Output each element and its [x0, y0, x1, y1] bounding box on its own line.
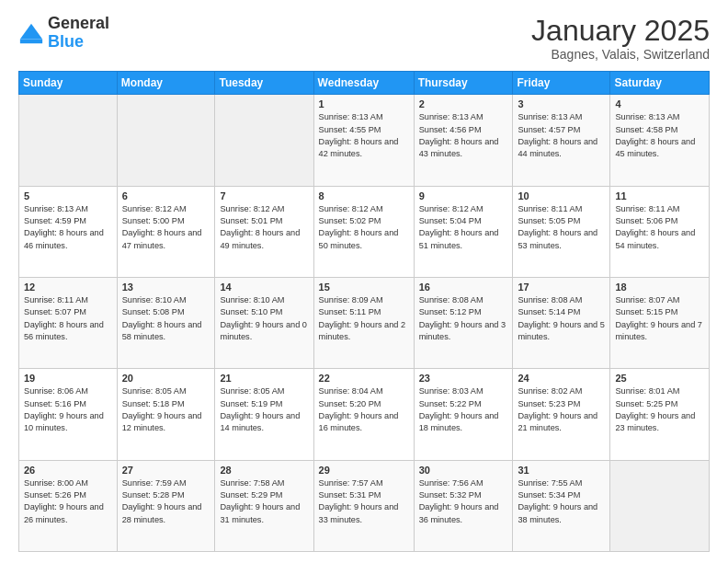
day-number: 19 [24, 373, 112, 384]
calendar-cell: 20Sunrise: 8:05 AMSunset: 5:18 PMDayligh… [117, 369, 215, 460]
day-number: 12 [24, 282, 112, 293]
day-info: Sunrise: 8:10 AMSunset: 5:10 PMDaylight:… [220, 294, 308, 343]
calendar-cell: 14Sunrise: 8:10 AMSunset: 5:10 PMDayligh… [215, 277, 313, 368]
day-info: Sunrise: 8:13 AMSunset: 4:56 PMDaylight:… [419, 111, 508, 160]
day-number: 24 [518, 373, 605, 384]
header-thursday: Thursday [414, 72, 513, 95]
day-number: 28 [220, 465, 308, 476]
page: General Blue January 2025 Bagnes, Valais… [0, 0, 728, 563]
day-number: 21 [220, 373, 308, 384]
day-number: 18 [615, 282, 704, 293]
calendar-cell: 3Sunrise: 8:13 AMSunset: 4:57 PMDaylight… [513, 95, 610, 186]
calendar-cell: 31Sunrise: 7:55 AMSunset: 5:34 PMDayligh… [513, 460, 610, 551]
day-info: Sunrise: 7:59 AMSunset: 5:28 PMDaylight:… [122, 477, 210, 526]
day-number: 17 [518, 282, 605, 293]
day-number: 31 [518, 465, 605, 476]
logo: General Blue [18, 15, 109, 52]
logo-blue: Blue [48, 33, 109, 52]
day-info: Sunrise: 8:11 AMSunset: 5:06 PMDaylight:… [615, 203, 704, 252]
day-number: 5 [24, 190, 112, 201]
day-info: Sunrise: 8:13 AMSunset: 4:58 PMDaylight:… [615, 111, 704, 160]
calendar-cell [610, 460, 710, 551]
header-tuesday: Tuesday [215, 72, 313, 95]
calendar-cell [215, 95, 313, 186]
day-info: Sunrise: 8:12 AMSunset: 5:02 PMDaylight:… [319, 203, 409, 252]
calendar-cell: 18Sunrise: 8:07 AMSunset: 5:15 PMDayligh… [610, 277, 710, 368]
day-number: 14 [220, 282, 308, 293]
day-number: 15 [319, 282, 409, 293]
day-number: 26 [24, 465, 112, 476]
day-info: Sunrise: 8:13 AMSunset: 4:57 PMDaylight:… [518, 111, 605, 160]
calendar-cell: 7Sunrise: 8:12 AMSunset: 5:01 PMDaylight… [215, 186, 313, 277]
calendar-cell: 21Sunrise: 8:05 AMSunset: 5:19 PMDayligh… [215, 369, 313, 460]
logo-general: General [48, 15, 109, 33]
week-row-2: 5Sunrise: 8:13 AMSunset: 4:59 PMDaylight… [19, 186, 710, 277]
day-number: 16 [419, 282, 508, 293]
calendar-cell: 26Sunrise: 8:00 AMSunset: 5:26 PMDayligh… [19, 460, 118, 551]
calendar-cell: 23Sunrise: 8:03 AMSunset: 5:22 PMDayligh… [414, 369, 513, 460]
svg-marker-0 [20, 24, 42, 40]
header: General Blue January 2025 Bagnes, Valais… [18, 15, 710, 62]
title-block: January 2025 Bagnes, Valais, Switzerland [531, 15, 710, 62]
logo-icon [18, 20, 44, 46]
calendar-cell: 8Sunrise: 8:12 AMSunset: 5:02 PMDaylight… [313, 186, 414, 277]
day-number: 20 [122, 373, 210, 384]
day-info: Sunrise: 8:07 AMSunset: 5:15 PMDaylight:… [615, 294, 704, 343]
calendar-cell: 24Sunrise: 8:02 AMSunset: 5:23 PMDayligh… [513, 369, 610, 460]
day-info: Sunrise: 7:57 AMSunset: 5:31 PMDaylight:… [319, 477, 409, 526]
logo-text: General Blue [48, 15, 109, 52]
header-friday: Friday [513, 72, 610, 95]
week-row-4: 19Sunrise: 8:06 AMSunset: 5:16 PMDayligh… [19, 369, 710, 460]
day-info: Sunrise: 8:10 AMSunset: 5:08 PMDaylight:… [122, 294, 210, 343]
week-row-3: 12Sunrise: 8:11 AMSunset: 5:07 PMDayligh… [19, 277, 710, 368]
calendar-cell [19, 95, 118, 186]
week-row-1: 1Sunrise: 8:13 AMSunset: 4:55 PMDaylight… [19, 95, 710, 186]
day-info: Sunrise: 8:09 AMSunset: 5:11 PMDaylight:… [319, 294, 409, 343]
calendar-cell: 30Sunrise: 7:56 AMSunset: 5:32 PMDayligh… [414, 460, 513, 551]
day-info: Sunrise: 8:12 AMSunset: 5:01 PMDaylight:… [220, 203, 308, 252]
day-info: Sunrise: 8:13 AMSunset: 4:55 PMDaylight:… [319, 111, 409, 160]
header-row: Sunday Monday Tuesday Wednesday Thursday… [19, 72, 710, 95]
header-sunday: Sunday [19, 72, 118, 95]
day-info: Sunrise: 8:08 AMSunset: 5:12 PMDaylight:… [419, 294, 508, 343]
day-info: Sunrise: 8:05 AMSunset: 5:18 PMDaylight:… [122, 385, 210, 434]
day-info: Sunrise: 8:06 AMSunset: 5:16 PMDaylight:… [24, 385, 112, 434]
calendar-cell: 2Sunrise: 8:13 AMSunset: 4:56 PMDaylight… [414, 95, 513, 186]
calendar-cell: 17Sunrise: 8:08 AMSunset: 5:14 PMDayligh… [513, 277, 610, 368]
calendar-cell: 4Sunrise: 8:13 AMSunset: 4:58 PMDaylight… [610, 95, 710, 186]
day-number: 1 [319, 98, 409, 109]
calendar-cell: 6Sunrise: 8:12 AMSunset: 5:00 PMDaylight… [117, 186, 215, 277]
day-number: 10 [518, 190, 605, 201]
calendar-cell: 25Sunrise: 8:01 AMSunset: 5:25 PMDayligh… [610, 369, 710, 460]
day-info: Sunrise: 7:58 AMSunset: 5:29 PMDaylight:… [220, 477, 308, 526]
day-info: Sunrise: 8:05 AMSunset: 5:19 PMDaylight:… [220, 385, 308, 434]
calendar-cell: 9Sunrise: 8:12 AMSunset: 5:04 PMDaylight… [414, 186, 513, 277]
day-info: Sunrise: 7:56 AMSunset: 5:32 PMDaylight:… [419, 477, 508, 526]
calendar-cell: 29Sunrise: 7:57 AMSunset: 5:31 PMDayligh… [313, 460, 414, 551]
day-number: 2 [419, 98, 508, 109]
calendar-header: Sunday Monday Tuesday Wednesday Thursday… [19, 72, 710, 95]
day-info: Sunrise: 8:13 AMSunset: 4:59 PMDaylight:… [24, 203, 112, 252]
day-info: Sunrise: 8:01 AMSunset: 5:25 PMDaylight:… [615, 385, 704, 434]
day-info: Sunrise: 8:12 AMSunset: 5:04 PMDaylight:… [419, 203, 508, 252]
day-info: Sunrise: 7:55 AMSunset: 5:34 PMDaylight:… [518, 477, 605, 526]
day-number: 30 [419, 465, 508, 476]
week-row-5: 26Sunrise: 8:00 AMSunset: 5:26 PMDayligh… [19, 460, 710, 551]
day-info: Sunrise: 8:00 AMSunset: 5:26 PMDaylight:… [24, 477, 112, 526]
day-info: Sunrise: 8:03 AMSunset: 5:22 PMDaylight:… [419, 385, 508, 434]
calendar-cell: 1Sunrise: 8:13 AMSunset: 4:55 PMDaylight… [313, 95, 414, 186]
calendar-cell: 16Sunrise: 8:08 AMSunset: 5:12 PMDayligh… [414, 277, 513, 368]
day-number: 7 [220, 190, 308, 201]
calendar-cell: 27Sunrise: 7:59 AMSunset: 5:28 PMDayligh… [117, 460, 215, 551]
calendar-cell: 13Sunrise: 8:10 AMSunset: 5:08 PMDayligh… [117, 277, 215, 368]
day-number: 3 [518, 98, 605, 109]
calendar-cell: 11Sunrise: 8:11 AMSunset: 5:06 PMDayligh… [610, 186, 710, 277]
header-saturday: Saturday [610, 72, 710, 95]
calendar-cell: 28Sunrise: 7:58 AMSunset: 5:29 PMDayligh… [215, 460, 313, 551]
day-number: 13 [122, 282, 210, 293]
main-title: January 2025 [531, 15, 710, 47]
calendar-cell: 5Sunrise: 8:13 AMSunset: 4:59 PMDaylight… [19, 186, 118, 277]
calendar-cell: 10Sunrise: 8:11 AMSunset: 5:05 PMDayligh… [513, 186, 610, 277]
header-wednesday: Wednesday [313, 72, 414, 95]
day-info: Sunrise: 8:11 AMSunset: 5:07 PMDaylight:… [24, 294, 112, 343]
